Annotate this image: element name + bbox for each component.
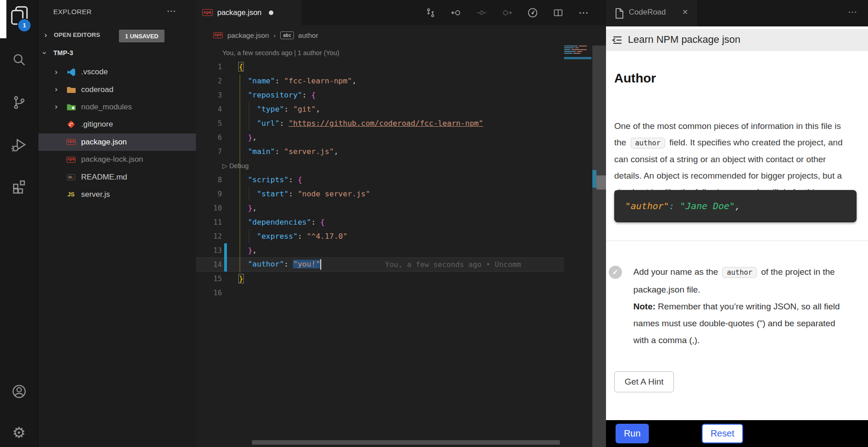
run-profile-icon[interactable] xyxy=(527,7,539,19)
code-line-7[interactable]: 7 "main": "server.js", xyxy=(196,144,564,159)
tree-item-node-modules[interactable]: ›node_modules xyxy=(38,98,196,116)
divider xyxy=(606,241,868,241)
reverse-continue-icon[interactable] xyxy=(450,7,462,19)
npm-icon: npm xyxy=(66,154,77,164)
code-line-10[interactable]: 10 }, xyxy=(196,201,564,215)
scrollbar-slider[interactable] xyxy=(596,175,606,190)
line-number[interactable]: 14 xyxy=(196,261,222,269)
collapse-menu-icon[interactable] xyxy=(611,34,623,48)
tree-item-coderoad[interactable]: ›coderoad xyxy=(38,81,196,98)
inline-code-chip: author xyxy=(722,267,757,278)
open-editors-section[interactable]: › OPEN EDITORS 1 UNSAVED xyxy=(38,27,196,45)
unsaved-badge: 1 UNSAVED xyxy=(119,30,164,42)
settings-gear-icon[interactable]: ⚙ xyxy=(0,424,38,441)
inline-blame: You, a few seconds ago • Uncomm xyxy=(385,257,521,272)
more-actions-icon[interactable]: ⋯ xyxy=(578,7,590,19)
code-line-9[interactable]: 9 "start": "node server.js" xyxy=(196,187,564,201)
code-line-2[interactable]: 2 "name": "fcc-learn-npm", xyxy=(196,74,564,88)
code-line-13[interactable]: 13 }, xyxy=(196,243,564,257)
line-number[interactable]: 4 xyxy=(196,105,222,113)
code-line-6[interactable]: 6 }, xyxy=(196,130,564,144)
md-icon: M↓ xyxy=(66,172,77,182)
activity-bar: 1 xyxy=(0,0,38,447)
run-debug-icon[interactable] xyxy=(0,137,38,153)
sidebar-header: EXPLORER ⋯ xyxy=(38,6,196,18)
line-number[interactable]: 11 xyxy=(196,218,222,226)
account-icon[interactable] xyxy=(0,383,38,400)
inline-code-chip: author xyxy=(631,138,665,149)
minimap[interactable] xyxy=(564,46,591,64)
line-number[interactable]: 6 xyxy=(196,134,222,142)
line-number[interactable]: 15 xyxy=(196,275,222,283)
chevron-right-icon: › xyxy=(44,31,47,39)
tree-item--vscode[interactable]: ›.vscode xyxy=(38,63,196,81)
run-button[interactable]: Run xyxy=(616,424,649,443)
file-name: README.md xyxy=(81,173,127,182)
sidebar-more-actions-icon[interactable]: ⋯ xyxy=(167,5,177,16)
line-number[interactable]: 13 xyxy=(196,247,222,255)
npm-file-icon: npm xyxy=(213,32,223,38)
step-forward-icon[interactable] xyxy=(501,7,513,19)
search-icon[interactable] xyxy=(0,51,38,68)
code-line-4[interactable]: 4 "type": "git", xyxy=(196,102,564,116)
tree-item-package-lock-json[interactable]: npmpackage-lock.json xyxy=(38,151,196,168)
codelens[interactable]: You, a few seconds ago | 1 author (You) xyxy=(196,46,564,60)
get-a-hint-button[interactable]: Get A Hint xyxy=(614,371,674,392)
code-line-15[interactable]: 15} xyxy=(196,272,564,286)
horizontal-scrollbar[interactable] xyxy=(252,440,560,445)
tree-item-package-json[interactable]: npmpackage.json xyxy=(38,134,196,151)
chevron-right-icon: › xyxy=(273,31,276,39)
line-number[interactable]: 16 xyxy=(196,289,222,297)
reset-button[interactable]: Reset xyxy=(702,424,743,443)
task-check-icon: ✓ xyxy=(609,266,622,279)
code-line-5[interactable]: 5 "url": "https://github.com/coderoad/fc… xyxy=(196,116,564,130)
breadcrumb: npm package.json › abc author xyxy=(196,25,606,46)
breadcrumb-symbol[interactable]: author xyxy=(298,31,318,40)
tab-coderoad[interactable]: CodeRoad ✕ xyxy=(606,0,697,26)
line-number[interactable]: 5 xyxy=(196,119,222,128)
code-line-14[interactable]: 14 "author": "you!"You, a few seconds ag… xyxy=(196,257,564,272)
line-number[interactable]: 2 xyxy=(196,77,222,85)
panel-tab-bar: CodeRoad ✕ ⋯ xyxy=(606,0,868,26)
codelens[interactable]: ▷ Debug xyxy=(196,159,564,173)
line-number[interactable]: 12 xyxy=(196,232,222,241)
tree-item-readme-md[interactable]: M↓README.md xyxy=(38,168,196,185)
tutorial-title: Learn NPM package json xyxy=(628,34,740,46)
modified-gutter-bar xyxy=(224,257,227,272)
tree-item--gitignore[interactable]: .gitignore xyxy=(38,116,196,133)
panel-more-actions-icon[interactable]: ⋯ xyxy=(848,6,858,17)
line-number[interactable]: 10 xyxy=(196,204,222,212)
file-name: coderoad xyxy=(81,85,113,94)
source-control-icon[interactable] xyxy=(0,94,38,111)
file-tree: ›.vscode›coderoad›node_modules.gitignore… xyxy=(38,63,196,203)
code-line-1[interactable]: 1{ xyxy=(196,60,564,74)
project-root-label: TMP-3 xyxy=(53,49,73,57)
explorer-files-icon[interactable]: 1 xyxy=(0,2,38,29)
code-line-16[interactable]: 16 xyxy=(196,286,564,300)
line-number[interactable]: 9 xyxy=(196,190,222,198)
code-line-8[interactable]: 8 "scripts": { xyxy=(196,173,564,187)
editor-scrollbar[interactable] xyxy=(592,46,606,447)
close-icon[interactable]: ✕ xyxy=(682,8,688,16)
line-number[interactable]: 1 xyxy=(196,63,222,71)
line-number[interactable]: 3 xyxy=(196,91,222,99)
chevron-right-icon: › xyxy=(55,103,58,111)
js-icon: JS xyxy=(66,190,77,200)
code-line-12[interactable]: 12 "express": "^4.17.0" xyxy=(196,229,564,243)
tab-package-json[interactable]: npm package.json xyxy=(196,0,302,25)
step-back-icon[interactable] xyxy=(476,7,488,19)
extensions-icon[interactable] xyxy=(0,178,38,194)
code-line-3[interactable]: 3 "repository": { xyxy=(196,88,564,102)
line-number[interactable]: 8 xyxy=(196,176,222,184)
lesson-heading: Author xyxy=(614,71,656,86)
compare-changes-icon[interactable] xyxy=(425,7,437,19)
editor-tab-bar: npm package.json xyxy=(196,0,606,25)
code-line-11[interactable]: 11 "dependencies": { xyxy=(196,215,564,229)
breadcrumb-file[interactable]: package.json xyxy=(227,31,269,40)
tree-item-server-js[interactable]: JSserver.js xyxy=(38,186,196,203)
project-root-item[interactable]: › TMP-3 xyxy=(38,46,196,63)
chevron-down-icon: › xyxy=(41,51,48,55)
split-editor-icon[interactable] xyxy=(552,7,564,19)
line-number[interactable]: 7 xyxy=(196,148,222,156)
code-editor[interactable]: You, a few seconds ago | 1 author (You)1… xyxy=(196,46,564,300)
